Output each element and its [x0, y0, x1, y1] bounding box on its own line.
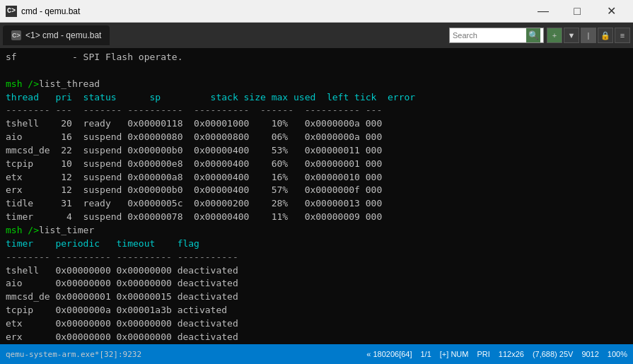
status-insert: [+] NUM [440, 350, 469, 358]
maximize-button[interactable]: □ [561, 0, 593, 23]
menu-button[interactable]: ≡ [615, 28, 630, 43]
tab-1-label: <1> cmd - qemu.bat [25, 30, 101, 40]
status-items: « 180206[64] 1/1 [+] NUM PRI 112x26 (7,6… [366, 350, 627, 358]
status-bar: qemu-system-arm.exe*[32]:9232 « 180206[6… [0, 344, 633, 364]
search-box: 🔍 [449, 28, 544, 43]
dropdown-button[interactable]: ▼ [564, 28, 579, 43]
search-button[interactable]: 🔍 [526, 28, 540, 42]
search-input[interactable] [453, 31, 523, 40]
tab-bar: C> <1> cmd - qemu.bat 🔍 + ▼ | 🔒 ≡ [0, 23, 633, 48]
title-bar-left: C> cmd - qemu.bat [6, 6, 80, 17]
separator-btn: | [581, 28, 596, 43]
app-icon: C> [6, 6, 17, 17]
status-size: (7,688) 25V [533, 350, 573, 358]
status-process: qemu-system-arm.exe*[32]:9232 [6, 350, 141, 359]
close-button[interactable]: ✕ [595, 0, 627, 23]
title-bar-text: cmd - qemu.bat [21, 6, 80, 16]
window-controls: — □ ✕ [527, 0, 627, 23]
status-pct: 100% [608, 350, 627, 358]
status-value: 9012 [581, 350, 598, 358]
terminal-content: sf - SPI Flash operate. msh />list_threa… [6, 51, 627, 344]
minimize-button[interactable]: — [527, 0, 559, 23]
status-mode: PRI [477, 350, 489, 358]
search-area: 🔍 + ▼ | 🔒 ≡ [449, 28, 630, 43]
terminal[interactable]: sf - SPI Flash operate. msh />list_threa… [0, 48, 633, 344]
status-position: « 180206[64] [366, 350, 412, 358]
status-coords: 112x26 [499, 350, 524, 358]
lock-button[interactable]: 🔒 [598, 28, 613, 43]
status-pagination: 1/1 [421, 350, 431, 358]
add-tab-button[interactable]: + [547, 28, 562, 43]
toolbar-buttons: + ▼ | 🔒 ≡ [547, 28, 630, 43]
title-bar: C> cmd - qemu.bat — □ ✕ [0, 0, 633, 23]
tab-1[interactable]: C> <1> cmd - qemu.bat [3, 25, 110, 45]
tab-icon: C> [11, 30, 21, 40]
